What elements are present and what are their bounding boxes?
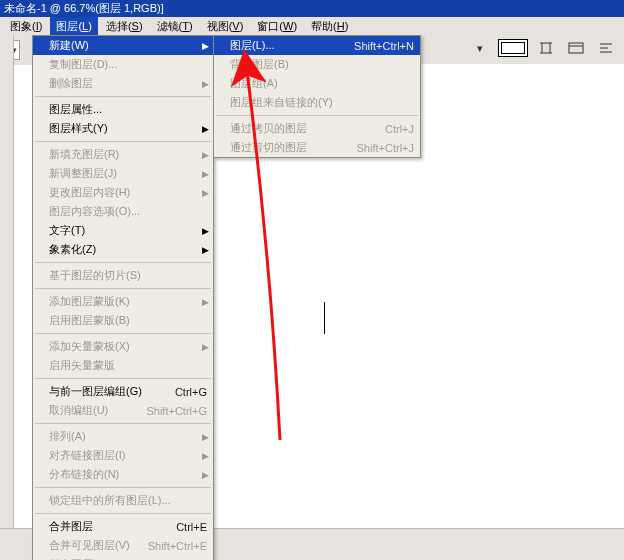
menu-filter[interactable]: 滤镜(T) [151,17,199,35]
submenu-arrow-icon: ▶ [202,451,209,461]
menu-item-ungroup[interactable]: 取消编组(U)Shift+Ctrl+G [33,401,213,420]
menu-image[interactable]: 图象(I) [4,17,48,35]
menu-item-dist-linked[interactable]: 分布链接的(N)▶ [33,465,213,484]
menu-item-style[interactable]: 图层样式(Y)▶ [33,119,213,138]
format-dropdown[interactable]: ▾ [468,37,492,59]
submenu-arrow-icon: ▶ [202,297,209,307]
menu-item-merge-visible[interactable]: 合并可见图层(V)Shift+Ctrl+E [33,536,213,555]
submenu-item-layer[interactable]: 图层(L)...Shift+Ctrl+N [214,36,420,55]
menu-item-add-vmask[interactable]: 添加矢量蒙板(X)▶ [33,337,213,356]
tool-options-right: ▾ [468,37,618,59]
layer-menu: 新建(W)▶ 复制图层(D)... 删除图层▶ 图层属性... 图层样式(Y)▶… [32,35,214,560]
left-gutter [0,35,14,560]
menu-item-merge[interactable]: 合并图层Ctrl+E [33,517,213,536]
submenu-arrow-icon: ▶ [202,470,209,480]
menu-bar: 图象(I) 图层(L) 选择(S) 滤镜(T) 视图(V) 窗口(W) 帮助(H… [0,17,624,35]
menu-item-change-content[interactable]: 更改图层内容(H)▶ [33,183,213,202]
menu-view[interactable]: 视图(V) [201,17,250,35]
submenu-item-via-copy[interactable]: 通过拷贝的图层Ctrl+J [214,119,420,138]
menu-item-enable-vmask[interactable]: 启用矢量蒙版 [33,356,213,375]
submenu-arrow-icon: ▶ [202,150,209,160]
submenu-arrow-icon: ▶ [202,41,209,51]
submenu-item-background[interactable]: 背景图层(B) [214,55,420,74]
warp-text-icon[interactable] [534,37,558,59]
menu-item-type[interactable]: 文字(T)▶ [33,221,213,240]
menu-layer[interactable]: 图层(L) [50,17,97,35]
submenu-arrow-icon: ▶ [202,245,209,255]
menu-item-group-prev[interactable]: 与前一图层编组(G)Ctrl+G [33,382,213,401]
submenu-arrow-icon: ▶ [202,169,209,179]
palettes-icon[interactable] [564,37,588,59]
svg-rect-0 [569,43,583,53]
align-icon[interactable] [594,37,618,59]
menu-item-delete[interactable]: 删除图层▶ [33,74,213,93]
submenu-arrow-icon: ▶ [202,124,209,134]
menu-item-new-fill[interactable]: 新填充图层(R)▶ [33,145,213,164]
text-caret [324,302,325,334]
submenu-arrow-icon: ▶ [202,188,209,198]
color-swatch[interactable] [498,39,528,57]
menu-item-lock-all[interactable]: 锁定组中的所有图层(L)... [33,491,213,510]
menu-select[interactable]: 选择(S) [100,17,149,35]
menu-item-rasterize[interactable]: 象素化(Z)▶ [33,240,213,259]
menu-item-new-adjust[interactable]: 新调整图层(J)▶ [33,164,213,183]
submenu-arrow-icon: ▶ [202,226,209,236]
menu-help[interactable]: 帮助(H) [305,17,354,35]
submenu-item-set-from-linked[interactable]: 图层组来自链接的(Y) [214,93,420,112]
menu-item-content-opts[interactable]: 图层内容选项(O)... [33,202,213,221]
menu-item-add-mask[interactable]: 添加图层蒙版(K)▶ [33,292,213,311]
submenu-item-via-cut[interactable]: 通过剪切的图层Shift+Ctrl+J [214,138,420,157]
window-title-bar: 未命名-1 @ 66.7%(图层 1,RGB)] [0,0,624,17]
menu-item-slice[interactable]: 基于图层的切片(S) [33,266,213,285]
new-submenu: 图层(L)...Shift+Ctrl+N 背景图层(B) 图层组(A) 图层组来… [213,35,421,158]
menu-item-duplicate[interactable]: 复制图层(D)... [33,55,213,74]
submenu-arrow-icon: ▶ [202,432,209,442]
submenu-arrow-icon: ▶ [202,342,209,352]
menu-item-arrange[interactable]: 排列(A)▶ [33,427,213,446]
menu-item-align-linked[interactable]: 对齐链接图层(I)▶ [33,446,213,465]
submenu-arrow-icon: ▶ [202,79,209,89]
menu-window[interactable]: 窗口(W) [251,17,303,35]
menu-item-enable-mask[interactable]: 启用图层蒙版(B) [33,311,213,330]
menu-item-new[interactable]: 新建(W)▶ [33,36,213,55]
menu-item-flatten[interactable]: 拼合图层(F) [33,555,213,560]
submenu-item-layer-set[interactable]: 图层组(A) [214,74,420,93]
window-title: 未命名-1 @ 66.7%(图层 1,RGB)] [4,1,164,16]
menu-item-properties[interactable]: 图层属性... [33,100,213,119]
